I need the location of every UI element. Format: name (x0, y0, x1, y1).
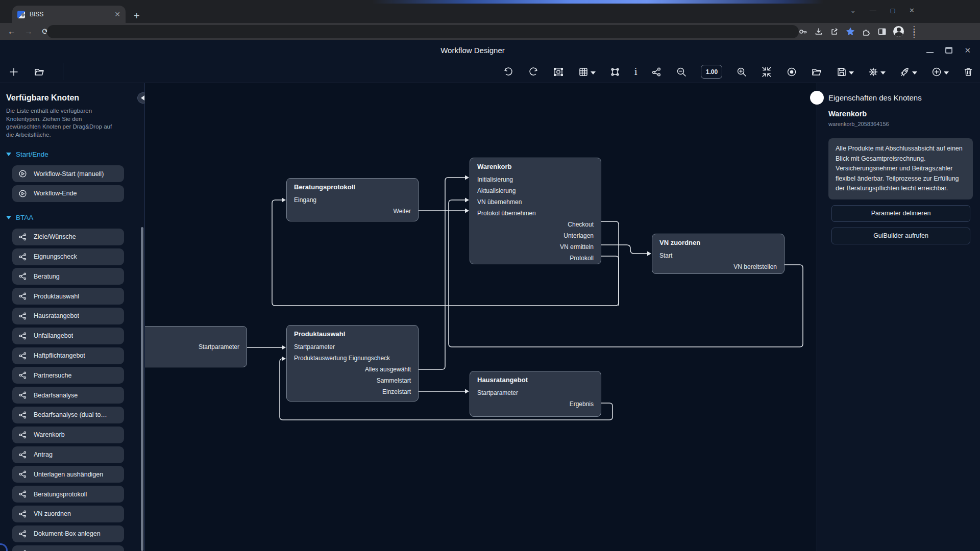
palette-scrollbar[interactable] (141, 227, 143, 551)
extensions-icon[interactable] (862, 27, 871, 36)
output-port[interactable]: Checkout (477, 219, 594, 230)
node-type-item[interactable]: VN zuordnen (12, 506, 124, 522)
node-type-item[interactable]: Bedarfsanalyse (dual to… (12, 407, 124, 423)
save-icon[interactable] (836, 66, 847, 78)
output-port[interactable]: Sammelstart (294, 375, 411, 386)
save-caret-icon[interactable] (849, 71, 854, 74)
open-icon[interactable] (811, 66, 822, 78)
node-type-item[interactable]: Warenkorb (12, 427, 124, 443)
compress-icon[interactable] (761, 66, 772, 78)
input-port[interactable]: Startparameter (294, 341, 411, 353)
auto-layout-icon[interactable] (651, 66, 662, 78)
node-type-item[interactable] (12, 545, 124, 551)
output-port[interactable]: Alles ausgewählt (294, 364, 411, 375)
forward-icon[interactable]: → (23, 27, 34, 36)
download-icon[interactable] (814, 27, 823, 36)
node-hausratangebot[interactable]: Hausratangebot Startparameter Ergebnis (470, 371, 601, 417)
add-icon[interactable] (8, 66, 19, 78)
section-start-ende[interactable]: Start/Ende (6, 151, 138, 158)
zoom-out-icon[interactable] (676, 66, 687, 78)
browser-tab[interactable]: BISS ✕ (12, 6, 126, 23)
fit-screenshot-icon[interactable] (553, 66, 564, 78)
app-maximize-icon[interactable] (945, 47, 952, 54)
node-type-item[interactable]: Eignungscheck (12, 248, 124, 265)
node-workflow-start[interactable]: Startparameter (145, 326, 247, 367)
input-port[interactable]: VN übernehmen (477, 196, 594, 208)
node-vn-zuordnen[interactable]: VN zuordnen Start VN bereitstellen (652, 234, 785, 274)
output-port[interactable]: VN ermitteln (477, 241, 594, 253)
deploy-rocket-icon[interactable] (899, 66, 911, 78)
node-warenkorb[interactable]: Warenkorb Initialisierung Aktualisierung… (470, 158, 601, 264)
output-port[interactable]: Ergebnis (477, 398, 594, 410)
side-panel-icon[interactable] (877, 27, 887, 36)
output-port[interactable]: VN bereitstellen (659, 261, 777, 272)
section-btaa[interactable]: BTAA (6, 214, 138, 221)
node-type-item[interactable]: Hausratangebot (12, 308, 124, 324)
input-port[interactable]: Startparameter (477, 387, 594, 398)
node-type-item[interactable]: Dokument-Box anlegen (12, 525, 124, 542)
node-type-item[interactable]: Produktauswahl (12, 288, 124, 305)
node-type-item[interactable]: Workflow-Start (manuell) (12, 165, 124, 182)
input-port[interactable]: Produktauswertung Eignungscheck (294, 353, 411, 364)
node-type-item[interactable]: Antrag (12, 446, 124, 463)
add-node-caret-icon[interactable] (944, 71, 949, 74)
output-port[interactable]: Unterlagen (477, 230, 594, 241)
node-type-item[interactable]: Beratungsprotokoll (12, 486, 124, 503)
node-type-item[interactable]: Haftpflichtangebot (12, 347, 124, 364)
input-port[interactable]: Initialisierung (477, 174, 594, 185)
browser-maximize-icon[interactable]: ▢ (890, 7, 895, 14)
node-type-item[interactable]: Bedarfsanalyse (12, 387, 124, 404)
parameter-definieren-button[interactable]: Parameter definieren (831, 205, 970, 222)
center-target-icon[interactable] (786, 66, 797, 78)
app-close-icon[interactable]: ✕ (964, 47, 971, 54)
input-port[interactable]: Eingang (294, 194, 411, 206)
share-icon[interactable] (830, 27, 839, 36)
redo-icon[interactable] (528, 66, 539, 78)
input-port[interactable]: Start (659, 250, 777, 261)
node-type-item[interactable]: Beratung (12, 268, 124, 285)
address-bar[interactable] (47, 25, 799, 38)
browser-close-icon[interactable]: ✕ (909, 7, 915, 14)
node-type-item[interactable]: Workflow-Ende (12, 185, 124, 202)
bookmark-star-icon[interactable] (846, 27, 855, 36)
key-icon[interactable] (798, 27, 807, 36)
panel-handle[interactable] (810, 91, 824, 105)
back-icon[interactable]: ← (7, 27, 17, 36)
deploy-caret-icon[interactable] (912, 71, 917, 74)
grid-icon[interactable] (578, 66, 589, 78)
output-port[interactable]: Protokoll (477, 253, 594, 264)
browser-chevron-down-icon[interactable]: ⌄ (850, 7, 856, 14)
add-node-icon[interactable] (931, 66, 942, 78)
tab-close-icon[interactable]: ✕ (114, 11, 120, 18)
zoom-in-icon[interactable] (736, 66, 747, 78)
node-type-item[interactable]: Unterlagen aushändigen (12, 466, 124, 483)
output-port[interactable]: Weiter (294, 206, 411, 217)
browser-minimize-icon[interactable]: — (870, 7, 876, 14)
output-port[interactable]: Einzelstart (294, 386, 411, 397)
app-minimize-icon[interactable] (926, 52, 934, 53)
zoom-level-input[interactable]: 1.00 (701, 65, 722, 79)
grid-caret-icon[interactable] (591, 71, 596, 74)
selection-bounds-icon[interactable] (609, 66, 621, 78)
undo-icon[interactable] (503, 66, 514, 78)
guibuilder-aufrufen-button[interactable]: GuiBuilder aufrufen (831, 228, 970, 244)
delete-trash-icon[interactable] (963, 66, 974, 78)
settings-gear-icon[interactable] (868, 66, 879, 78)
node-beratungsprotokoll[interactable]: Beratungsprotokoll Eingang Weiter (286, 178, 419, 221)
browser-menu-icon[interactable]: ⋮⋮⋮ (911, 27, 918, 36)
node-type-item[interactable]: Unfallangebot (12, 328, 124, 344)
profile-avatar-icon[interactable] (893, 26, 904, 37)
edges-layer (145, 83, 817, 551)
node-type-item[interactable]: Partnersuche (12, 367, 124, 384)
open-folder-icon[interactable] (34, 66, 45, 78)
output-port[interactable]: Startparameter (199, 341, 239, 353)
node-produktauswahl[interactable]: Produktauswahl Startparameter Produktaus… (286, 325, 419, 402)
node-type-item[interactable]: Ziele/Wünsche (12, 229, 124, 245)
input-port[interactable]: Aktualisierung (477, 185, 594, 196)
workflow-canvas[interactable]: Startparameter Beratungsprotokoll Eingan… (145, 83, 817, 551)
share-nodes-icon (18, 292, 27, 300)
settings-caret-icon[interactable] (880, 71, 886, 74)
input-port[interactable]: Protokol übernehmen (477, 208, 594, 219)
info-icon[interactable]: i (634, 66, 638, 77)
new-tab-button[interactable]: ＋ (132, 9, 141, 22)
